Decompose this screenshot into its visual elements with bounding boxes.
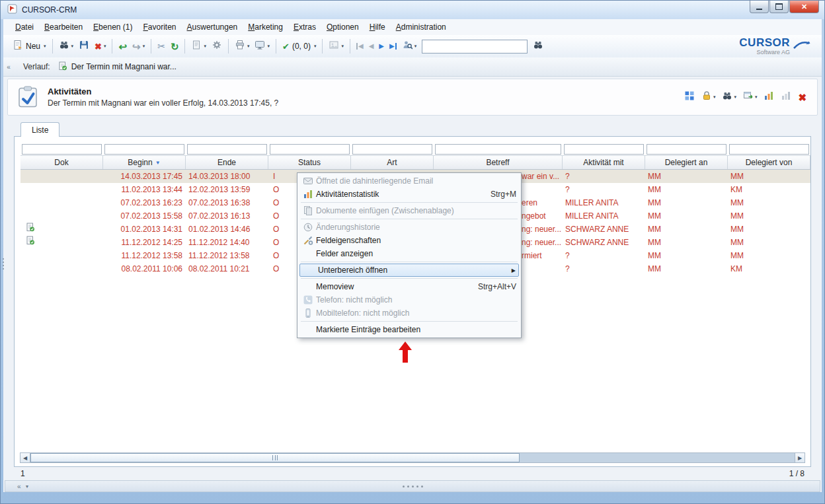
context-menu-item[interactable]: Felder anzeigen — [298, 247, 520, 260]
scrollbar-track[interactable] — [30, 452, 795, 463]
menu-hilfe[interactable]: Hilfe — [364, 20, 391, 34]
menu-optionen[interactable]: Optionen — [321, 20, 364, 34]
column-header-beginn[interactable]: Beginn▼ — [103, 156, 186, 169]
column-header-betreff[interactable]: Betreff — [434, 156, 563, 169]
column-header-ende[interactable]: Ende — [186, 156, 268, 169]
cell-dok — [20, 223, 103, 236]
bottom-collapse-controls: « ▼ — [17, 483, 30, 490]
column-header-dok[interactable]: Dok — [20, 156, 103, 169]
filter-input-delegiert_von[interactable] — [729, 144, 809, 155]
statistics-button[interactable] — [764, 90, 774, 104]
horizontal-scrollbar[interactable]: ◀ ▶ — [20, 452, 805, 463]
image-icon — [329, 40, 339, 53]
nav-last-icon: ▶ — [389, 43, 397, 50]
titlebar[interactable]: CURSOR-CRM ✕ — [1, 1, 824, 19]
history-entry[interactable]: Der Termin mit Magnani war... — [58, 61, 177, 73]
cell-beginn: 01.02.2013 14:31 — [103, 223, 186, 236]
nav-last-button[interactable]: ▶ — [387, 38, 399, 55]
settings-button[interactable] — [209, 38, 225, 55]
menu-marketing[interactable]: Marketing — [243, 20, 288, 34]
monitor-button[interactable]: ▾ — [252, 38, 272, 55]
context-menu-item: Telefon: nicht möglich — [298, 293, 520, 306]
header-search-button[interactable]: ▾ — [722, 90, 736, 104]
save-button[interactable] — [76, 38, 92, 55]
delete-button[interactable]: ✖▾ — [92, 38, 108, 55]
context-menu-item[interactable]: Feldeigenschaften — [298, 234, 520, 247]
quick-search-input[interactable] — [422, 40, 528, 54]
document-button[interactable]: ▾ — [188, 38, 209, 55]
menu-bearbeiten[interactable]: Bearbeiten — [39, 20, 88, 34]
refresh-button[interactable]: ↻ — [168, 38, 182, 55]
menu-item-label: Felder anzeigen — [316, 249, 516, 258]
filter-input-beginn[interactable] — [104, 144, 184, 155]
maximize-button[interactable] — [769, 1, 789, 13]
column-header-label: Betreff — [486, 158, 509, 167]
filter-input-art[interactable] — [352, 144, 432, 155]
menu-ebenen-1[interactable]: Ebenen (1) — [88, 20, 138, 34]
window-controls: ✕ — [749, 1, 819, 13]
history-icon — [300, 222, 316, 233]
menu-auswertungen[interactable]: Auswertungen — [182, 20, 243, 34]
close-view-button[interactable]: ✖ — [798, 92, 806, 102]
column-header-status[interactable]: Status — [268, 156, 351, 169]
doc-check-icon — [26, 223, 35, 236]
column-header-art[interactable]: Art — [351, 156, 434, 169]
menu-shortcut: Strg+Alt+V — [478, 282, 516, 291]
menu-favoriten[interactable]: Favoriten — [138, 20, 181, 34]
menu-extras[interactable]: Extras — [288, 20, 321, 34]
filter-input-dok[interactable] — [22, 144, 102, 155]
cell-ende: 01.02.2013 14:46 — [186, 223, 268, 236]
close-button[interactable]: ✕ — [789, 1, 819, 13]
context-menu-item[interactable]: AktivitätenstatistikStrg+M — [298, 188, 520, 201]
counter-button[interactable]: ✔ (0, 0) ▾ — [280, 38, 319, 55]
filter-input-betreff[interactable] — [435, 144, 561, 155]
menu-separator — [301, 321, 518, 322]
tab-liste[interactable]: Liste — [20, 122, 59, 137]
monitor-icon — [255, 40, 265, 53]
filter-input-delegiert_an[interactable] — [647, 144, 727, 155]
context-menu: Öffnet die dahinterliegende EmailAktivit… — [297, 172, 522, 338]
context-menu-item[interactable]: Markierte Einträge bearbeiten — [298, 323, 520, 336]
context-menu-item: Mobiltelefon: nicht möglich — [298, 306, 520, 320]
lock-button[interactable]: ▾ — [701, 90, 716, 104]
person-search-button[interactable]: ▾ — [399, 38, 420, 55]
context-menu-item[interactable]: MemoviewStrg+Alt+V — [298, 280, 520, 293]
context-menu-item[interactable]: Unterbereich öffnen▶ — [299, 264, 519, 277]
menu-item-label: Markierte Einträge bearbeiten — [316, 325, 516, 334]
collapse-left-icon[interactable]: « — [17, 483, 21, 490]
scroll-left-button[interactable]: ◀ — [20, 452, 30, 463]
bottom-splitter[interactable]: « ▼ — [5, 480, 820, 492]
search-menu-button[interactable]: ▾ — [56, 38, 77, 55]
scroll-right-button[interactable]: ▶ — [795, 452, 805, 463]
column-header-delegiert_von[interactable]: Delegiert von — [728, 156, 810, 169]
minimize-icon — [756, 3, 762, 10]
grid-view-button[interactable] — [684, 90, 695, 104]
menu-datei[interactable]: Datei — [10, 20, 39, 34]
column-header-delegiert_an[interactable]: Delegiert an — [645, 156, 728, 169]
filter-cell — [563, 142, 645, 155]
find-button[interactable] — [530, 38, 546, 55]
cell-aktivitaet_mit: MILLER ANITA — [563, 196, 645, 209]
context-menu-item: Änderungshistorie — [298, 221, 520, 234]
collapse-left-icon[interactable]: « — [5, 60, 13, 73]
print-button[interactable]: ▾ — [232, 38, 253, 55]
cell-dok — [20, 236, 103, 249]
scrollbar-thumb[interactable] — [30, 453, 520, 462]
brand-name: CURSOR — [739, 37, 790, 48]
filter-input-ende[interactable] — [187, 144, 267, 155]
column-header-aktivitaet_mit[interactable]: Aktivität mit — [563, 156, 645, 169]
nav-next-button[interactable]: ▶ — [376, 38, 387, 55]
menu-administration[interactable]: Administration — [391, 20, 452, 34]
cut-button[interactable]: ✂ — [155, 38, 168, 55]
back-button[interactable]: ↩ — [116, 38, 130, 55]
new-button[interactable]: Neu ▾ — [10, 38, 49, 55]
minimize-button[interactable] — [750, 1, 769, 13]
filter-input-status[interactable] — [270, 144, 350, 155]
red-arrow-annotation — [397, 342, 413, 363]
filter-input-aktivitaet_mit[interactable] — [564, 144, 644, 155]
cell-delegiert_an: MM — [645, 196, 728, 209]
export-button[interactable]: ▾ — [743, 90, 758, 104]
filter-cell — [645, 142, 728, 155]
collapse-down-icon[interactable]: ▼ — [25, 484, 30, 489]
left-splitter-dots-icon[interactable] — [1, 258, 5, 270]
